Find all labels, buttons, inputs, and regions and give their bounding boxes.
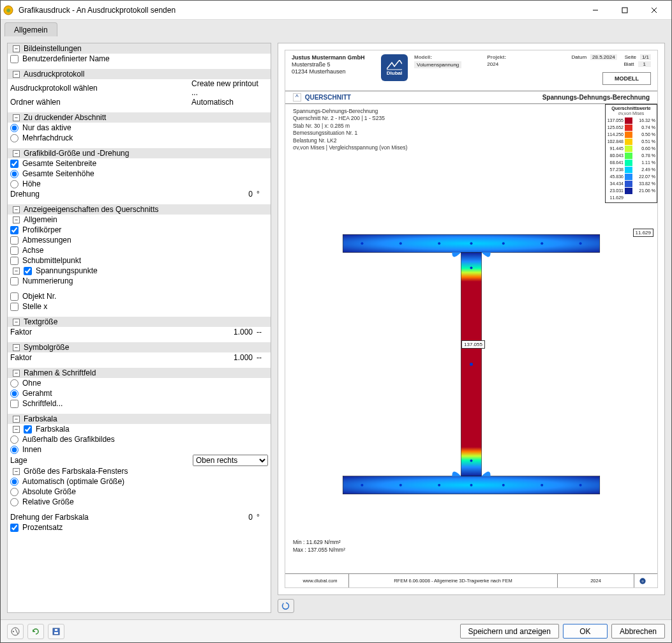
toggle-icon[interactable]: − bbox=[13, 150, 20, 157]
value-symbol-factor[interactable]: 1.000 bbox=[185, 353, 255, 362]
value-proto-choose[interactable]: Create new printout ... bbox=[191, 79, 268, 97]
checkbox-location-x[interactable] bbox=[10, 303, 19, 311]
label-full-width: Gesamte Seitenbreite bbox=[22, 159, 268, 168]
save-and-show-button[interactable]: Speichern und anzeigen bbox=[460, 624, 559, 639]
dialog-window: ✹ Grafikausdruck - An Ausdruckprotokoll … bbox=[0, 0, 672, 643]
close-button[interactable] bbox=[639, 1, 669, 20]
radio-abs-size[interactable] bbox=[10, 488, 19, 496]
checkbox-color-scale[interactable] bbox=[24, 425, 32, 434]
value-text-factor[interactable]: 1.000 bbox=[185, 328, 255, 337]
label-numbering: Nummerierung bbox=[22, 276, 268, 285]
label-framed: Gerahmt bbox=[22, 389, 268, 398]
label-legend-size: Größe des Farbskala-Fensters bbox=[24, 467, 268, 476]
unit-text-factor: -- bbox=[255, 328, 268, 337]
svg-point-16 bbox=[541, 242, 543, 245]
checkbox-custom-name[interactable] bbox=[10, 55, 19, 63]
section-ausdruckprotokoll: Ausdruckprotokoll bbox=[24, 70, 268, 79]
checkbox-stress-points[interactable] bbox=[24, 267, 32, 275]
radio-multiprint[interactable] bbox=[10, 134, 19, 142]
value-legend-rotation[interactable]: 0 bbox=[185, 513, 255, 522]
toggle-icon[interactable]: − bbox=[13, 45, 20, 52]
svg-point-12 bbox=[399, 242, 402, 245]
label-profile-body: Profilkörper bbox=[22, 225, 268, 234]
label-full-height: Gesamte Seitenhöhe bbox=[22, 169, 268, 178]
save-settings-button[interactable] bbox=[48, 624, 64, 639]
svg-point-31 bbox=[13, 631, 14, 632]
section-graphic-size: Grafikbild-Größe und -Drehung bbox=[24, 149, 268, 158]
svg-point-27 bbox=[470, 459, 472, 462]
section-symbol-size: Symbolgröße bbox=[24, 343, 268, 352]
checkbox-numbering[interactable] bbox=[10, 277, 19, 285]
app-icon: ✹ bbox=[3, 5, 13, 15]
toggle-icon[interactable]: − bbox=[13, 344, 20, 351]
checkbox-axis[interactable] bbox=[10, 246, 19, 255]
footer-url: www.dlubal.com bbox=[292, 574, 349, 587]
section-print: Zu druckender Abschnitt bbox=[24, 113, 268, 122]
label-only-active: Nur das aktive bbox=[22, 123, 268, 132]
radio-full-height[interactable] bbox=[10, 170, 19, 178]
refresh-button[interactable] bbox=[278, 599, 294, 613]
cancel-button[interactable]: Abbrechen bbox=[611, 624, 665, 639]
select-position[interactable]: Oben rechts bbox=[193, 455, 268, 466]
toggle-icon[interactable]: − bbox=[13, 71, 20, 78]
preview-pane: Justus Mustermann GmbH Musterstraße 5 01… bbox=[278, 43, 665, 613]
toggle-icon[interactable]: − bbox=[13, 319, 20, 326]
ok-button[interactable]: OK bbox=[563, 624, 608, 639]
checkbox-object-no[interactable] bbox=[10, 292, 19, 301]
checkbox-percentage[interactable] bbox=[10, 524, 19, 532]
reset-button[interactable] bbox=[27, 624, 44, 639]
minimize-button[interactable] bbox=[581, 1, 610, 20]
radio-no-frame[interactable] bbox=[10, 379, 19, 388]
unit-rotation: ° bbox=[255, 190, 268, 199]
radio-inside[interactable] bbox=[10, 446, 19, 454]
label-outside: Außerhalb des Grafikbildes bbox=[22, 435, 268, 444]
radio-framed[interactable] bbox=[10, 390, 19, 398]
label-location-x: Stelle x bbox=[22, 302, 268, 311]
help-button[interactable] bbox=[7, 624, 24, 639]
page-info: Modell:Volumenspannung Projekt:2024 bbox=[414, 54, 562, 68]
footer-year: 2024 bbox=[558, 574, 634, 587]
tab-general[interactable]: Allgemein bbox=[4, 22, 57, 36]
tab-bar: Allgemein bbox=[1, 20, 671, 36]
window-title: Grafikausdruck - An Ausdruckprotokoll se… bbox=[19, 6, 581, 15]
checkbox-titleblock[interactable] bbox=[10, 400, 19, 408]
checkbox-shear-center[interactable] bbox=[10, 257, 19, 265]
section-bildeinstellungen: Bildeinstellungen bbox=[24, 44, 268, 53]
toggle-icon[interactable]: − bbox=[13, 426, 20, 433]
checkbox-full-width[interactable] bbox=[10, 160, 19, 168]
section-display-props: Anzeigeeigenschaften des Querschnitts bbox=[24, 205, 268, 214]
svg-point-22 bbox=[502, 484, 505, 487]
label-rel-size: Relative Größe bbox=[22, 497, 268, 506]
svg-rect-34 bbox=[54, 632, 58, 634]
toggle-icon[interactable]: − bbox=[13, 268, 20, 275]
toggle-icon[interactable]: − bbox=[13, 206, 20, 213]
svg-text:✹: ✹ bbox=[6, 7, 11, 14]
maximize-button[interactable] bbox=[610, 1, 639, 20]
value-rotation[interactable]: 0 bbox=[185, 190, 255, 199]
toggle-icon[interactable]: − bbox=[13, 370, 20, 377]
radio-only-active[interactable] bbox=[10, 124, 19, 132]
meta-info: Spannungs-Dehnungs-Berechnung Querschnit… bbox=[293, 108, 650, 152]
svg-rect-3 bbox=[622, 8, 627, 13]
page-meta-right: Datum28.5.2024Seite1/1 Blatt1 MODELL bbox=[568, 54, 651, 85]
radio-height[interactable] bbox=[10, 180, 19, 188]
toggle-icon[interactable]: − bbox=[13, 216, 20, 223]
label-proto-folder: Ordner wählen bbox=[10, 98, 191, 107]
value-proto-folder[interactable]: Automatisch bbox=[191, 98, 268, 107]
toggle-icon[interactable]: − bbox=[13, 114, 20, 121]
toggle-icon[interactable]: − bbox=[13, 416, 20, 423]
content-area: −Bildeinstellungen Benutzerdefinierter N… bbox=[1, 36, 671, 619]
label-symbol-factor: Faktor bbox=[10, 353, 185, 362]
page-header: Justus Mustermann GmbH Musterstraße 5 01… bbox=[285, 50, 657, 91]
label-height: Höhe bbox=[22, 179, 268, 188]
label-rotation: Drehung bbox=[10, 190, 185, 199]
label-proto-choose: Ausdruckprotokoll wählen bbox=[10, 84, 191, 93]
radio-auto-size[interactable] bbox=[10, 478, 19, 486]
svg-point-20 bbox=[438, 484, 440, 487]
radio-rel-size[interactable] bbox=[10, 498, 19, 506]
toggle-icon[interactable]: − bbox=[13, 468, 20, 475]
radio-outside[interactable] bbox=[10, 435, 19, 444]
checkbox-dimensions[interactable] bbox=[10, 236, 19, 245]
checkbox-profile-body[interactable] bbox=[10, 226, 19, 234]
svg-point-21 bbox=[470, 484, 472, 487]
